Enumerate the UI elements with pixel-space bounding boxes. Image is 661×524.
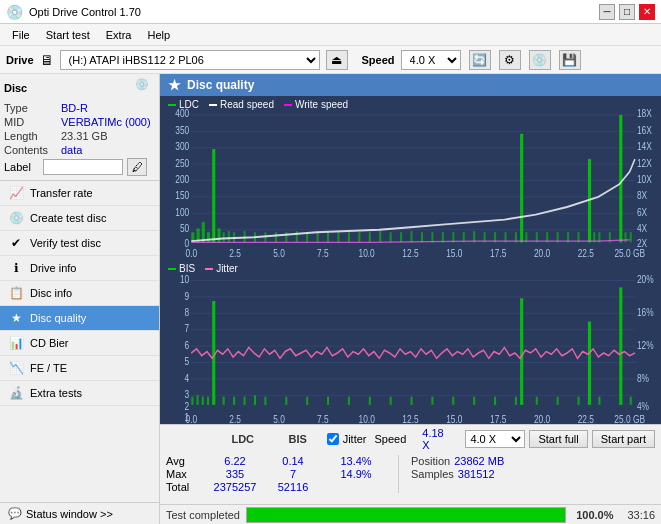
svg-rect-139	[369, 397, 371, 405]
sidebar-item-fe-te[interactable]: 📉 FE / TE	[0, 356, 159, 381]
stats-area: LDC BIS Jitter Speed 4.18 X 4.0 X 2.0 X …	[160, 424, 661, 504]
settings-button[interactable]: ⚙	[499, 50, 521, 70]
stats-position-row: Position 23862 MB	[411, 455, 504, 467]
svg-text:7.5: 7.5	[317, 413, 329, 424]
stats-bis-col: 0.14 7 52116	[268, 455, 318, 493]
start-full-button[interactable]: Start full	[529, 430, 587, 448]
sidebar-item-create-test-disc[interactable]: 💿 Create test disc	[0, 206, 159, 231]
svg-text:400: 400	[175, 109, 189, 120]
svg-rect-60	[369, 232, 371, 242]
sidebar-item-cd-bier[interactable]: 📊 CD Bier	[0, 331, 159, 356]
disc-type-row: Type BD-R	[4, 102, 155, 114]
svg-text:8%: 8%	[637, 372, 649, 384]
minimize-button[interactable]: ─	[599, 4, 615, 20]
svg-rect-56	[327, 232, 329, 242]
status-window-button[interactable]: 💬 Status window >>	[0, 502, 159, 524]
disc-label-input[interactable]	[43, 159, 123, 175]
legend-write-speed: Write speed	[284, 99, 348, 110]
jitter-label: Jitter	[343, 433, 367, 445]
sidebar-item-transfer-rate[interactable]: 📈 Transfer rate	[0, 181, 159, 206]
menu-file[interactable]: File	[4, 27, 38, 43]
menu-extra[interactable]: Extra	[98, 27, 140, 43]
svg-rect-59	[358, 232, 360, 242]
svg-rect-138	[348, 397, 350, 405]
title-bar: 💿 Opti Drive Control 1.70 ─ □ ✕	[0, 0, 661, 24]
save-button[interactable]: 💾	[559, 50, 581, 70]
drive-select[interactable]: (H:) ATAPI iHBS112 2 PL06	[60, 50, 320, 70]
legend-jitter-label: Jitter	[216, 263, 238, 274]
svg-rect-140	[390, 397, 392, 405]
disc-contents-row: Contents data	[4, 144, 155, 156]
stats-max-bis: 7	[268, 468, 318, 480]
chart1-svg: 400 350 300 250 200 150 100 50 0 18X 16X…	[160, 96, 661, 260]
sidebar-item-label-transfer-rate: Transfer rate	[30, 187, 93, 199]
stats-avg-jitter: 13.4%	[326, 455, 386, 467]
legend-write-speed-label: Write speed	[295, 99, 348, 110]
eject-button[interactable]: ⏏	[326, 50, 348, 70]
refresh-button[interactable]: 🔄	[469, 50, 491, 70]
svg-rect-64	[411, 231, 413, 242]
disc-button[interactable]: 💿	[529, 50, 551, 70]
svg-text:10: 10	[180, 273, 190, 285]
disc-info-icon: 📋	[8, 285, 24, 301]
stats-speed-select-wrapper: 4.0 X 2.0 X 6.0 X	[465, 430, 525, 448]
svg-rect-145	[494, 397, 496, 405]
sidebar-item-disc-info[interactable]: 📋 Disc info	[0, 281, 159, 306]
disc-type-value: BD-R	[61, 102, 88, 114]
app-icon: 💿	[6, 4, 23, 20]
svg-text:2.5: 2.5	[229, 413, 241, 424]
sidebar-item-extra-tests[interactable]: 🔬 Extra tests	[0, 381, 159, 406]
title-bar-controls: ─ □ ✕	[599, 4, 655, 20]
sidebar-item-verify-test-disc[interactable]: ✔ Verify test disc	[0, 231, 159, 256]
svg-text:8: 8	[185, 306, 190, 318]
disc-label-label: Label	[4, 161, 39, 173]
svg-text:22.5: 22.5	[578, 413, 594, 424]
svg-text:12.5: 12.5	[402, 413, 418, 424]
action-buttons: Start full Start part	[529, 430, 655, 448]
main-content: Disc 💿 Type BD-R MID VERBATIMc (000) Len…	[0, 74, 661, 524]
start-part-button[interactable]: Start part	[592, 430, 655, 448]
svg-rect-141	[411, 397, 413, 405]
svg-rect-65	[421, 232, 423, 242]
svg-text:10.0: 10.0	[359, 413, 376, 424]
speed-select[interactable]: 4.0 X 2.0 X 6.0 X 8.0 X	[401, 50, 461, 70]
disc-quality-header-icon: ★	[168, 77, 181, 93]
svg-rect-153	[619, 287, 622, 405]
svg-text:7: 7	[185, 322, 190, 334]
svg-rect-128	[207, 397, 209, 405]
chart2-svg: 10 9 8 7 6 5 4 3 2 1 20% 16% 12% 8% 4%	[160, 260, 661, 424]
sidebar-item-label-extra-tests: Extra tests	[30, 387, 82, 399]
svg-text:4: 4	[185, 372, 190, 384]
stats-avg-bis: 0.14	[268, 455, 318, 467]
svg-rect-130	[223, 397, 225, 405]
sidebar-item-label-verify-test-disc: Verify test disc	[30, 237, 101, 249]
jitter-checkbox[interactable]	[327, 433, 339, 445]
menu-help[interactable]: Help	[139, 27, 178, 43]
chart1-legend: LDC Read speed Write speed	[168, 99, 348, 110]
menu-start-test[interactable]: Start test	[38, 27, 98, 43]
stats-avg-label: Avg	[166, 455, 202, 467]
stats-header-row: LDC BIS Jitter Speed 4.18 X 4.0 X 2.0 X …	[166, 427, 655, 451]
right-panel: ★ Disc quality LDC Read speed	[160, 74, 661, 524]
svg-rect-150	[578, 397, 580, 405]
svg-text:50: 50	[180, 224, 189, 235]
svg-rect-143	[452, 397, 454, 405]
sidebar-item-disc-quality[interactable]: ★ Disc quality	[0, 306, 159, 331]
svg-rect-129	[212, 301, 215, 405]
disc-quality-header: ★ Disc quality	[160, 74, 661, 96]
svg-rect-55	[317, 232, 319, 242]
disc-label-button[interactable]: 🖊	[127, 158, 147, 176]
close-button[interactable]: ✕	[639, 4, 655, 20]
sidebar-item-drive-info[interactable]: ℹ Drive info	[0, 256, 159, 281]
svg-rect-86	[619, 115, 622, 242]
stats-speed-value: 4.18 X	[422, 427, 453, 451]
stats-jitter-col: 13.4% 14.9%	[326, 455, 386, 493]
stats-speed-header: Speed	[374, 433, 406, 445]
maximize-button[interactable]: □	[619, 4, 635, 20]
disc-contents-label: Contents	[4, 144, 59, 156]
create-test-disc-icon: 💿	[8, 210, 24, 226]
progress-label: 100.0%	[576, 509, 613, 521]
stats-max-jitter: 14.9%	[326, 468, 386, 480]
svg-text:9: 9	[185, 290, 190, 302]
stats-speed-select[interactable]: 4.0 X 2.0 X 6.0 X	[465, 430, 525, 448]
